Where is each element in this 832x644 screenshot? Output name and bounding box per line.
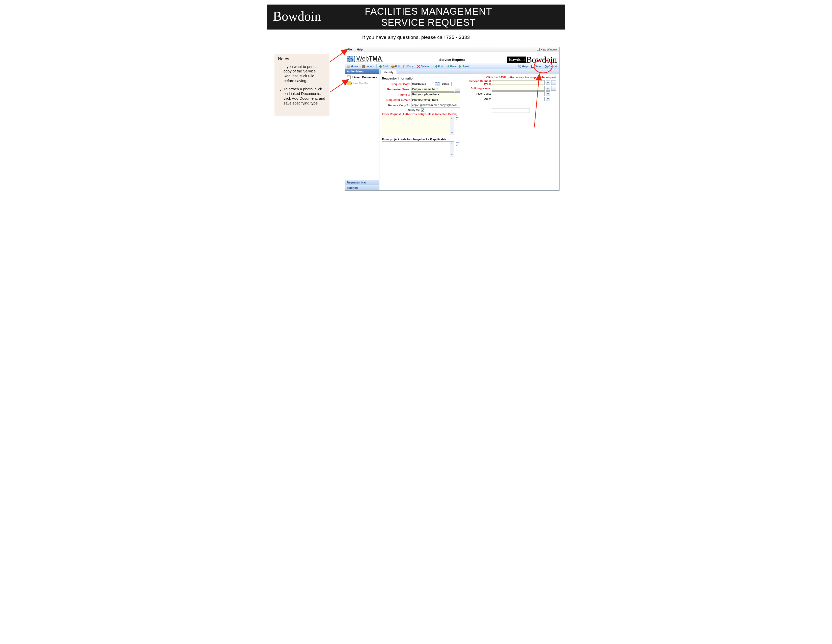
cancel-button[interactable]: Cancel bbox=[543, 64, 559, 69]
logout-icon bbox=[362, 65, 365, 68]
request-textarea[interactable] bbox=[382, 116, 454, 135]
label-request-date: Request Date: bbox=[382, 83, 410, 85]
sidebar-item-last-modified[interactable]: Last Modified bbox=[346, 80, 379, 86]
notes-panel: Notes If you want to print a copy of the… bbox=[274, 54, 330, 115]
copy-button[interactable]: Copy bbox=[402, 64, 416, 69]
sidebar: Action Menu Linked Documents Last Modifi… bbox=[346, 69, 379, 190]
help-button[interactable]: ?Help bbox=[517, 64, 530, 69]
service-type-dropdown[interactable] bbox=[546, 80, 550, 85]
tab-identity[interactable]: Identity bbox=[381, 70, 397, 74]
prev-button[interactable]: Prev bbox=[445, 64, 458, 69]
sidebar-requestor-nav[interactable]: Requestor Nav bbox=[346, 180, 379, 185]
tabstrip: Identity bbox=[379, 69, 559, 74]
bowdoin-small-logo: Bowdoin bbox=[507, 56, 526, 63]
webtma-logo: WebTMA POWERED BY TMA SYSTEMS bbox=[347, 56, 384, 64]
bowdoin-big-logo: Bowdoin bbox=[526, 56, 557, 63]
label-phone: Phone #: bbox=[382, 93, 410, 96]
floor-dropdown[interactable] bbox=[546, 91, 550, 96]
label-area: Area: bbox=[464, 98, 491, 101]
label-floor: Floor Code: bbox=[464, 92, 491, 95]
menu-file[interactable]: File bbox=[347, 48, 352, 51]
logout-button[interactable]: Logout bbox=[360, 64, 376, 69]
requestor-name-input[interactable]: Put your name here bbox=[411, 87, 454, 91]
notify-me-checkbox[interactable] bbox=[421, 108, 424, 112]
save-icon bbox=[531, 65, 534, 68]
home-button[interactable]: Home bbox=[346, 64, 360, 69]
copy-to-input[interactable]: copy1@bowdoin.edu; copy2@bowd bbox=[411, 103, 460, 107]
label-copy-to: Request Copy To: bbox=[382, 104, 410, 107]
next-button[interactable]: Next bbox=[458, 64, 471, 69]
main-panel: Identity Requestor Information Request D… bbox=[379, 69, 559, 190]
notes-heading: Notes bbox=[278, 56, 326, 62]
webtma-tagline: POWERED BY TMA SYSTEMS bbox=[357, 61, 384, 62]
menubar: File Help New Window bbox=[346, 47, 559, 52]
scrollbar[interactable] bbox=[450, 142, 454, 157]
copy-icon bbox=[403, 65, 406, 68]
blank-field bbox=[492, 108, 530, 113]
service-type-input[interactable] bbox=[492, 80, 545, 85]
contact-note: If you have any questions, please call 7… bbox=[263, 35, 569, 40]
new-window-checkbox[interactable] bbox=[537, 48, 539, 51]
header-banner: Bowdoin FACILITIES MANAGEMENT SERVICE RE… bbox=[267, 5, 565, 29]
add-icon bbox=[379, 65, 382, 68]
spellcheck-icon[interactable]: ABC bbox=[456, 117, 460, 119]
cancel-icon bbox=[545, 65, 548, 68]
paperclip-icon bbox=[347, 75, 351, 80]
webtma-grid-icon bbox=[347, 56, 355, 62]
sidebar-action-menu-header: Action Menu bbox=[346, 69, 379, 74]
area-dropdown[interactable] bbox=[546, 97, 550, 101]
floor-input[interactable] bbox=[492, 91, 545, 96]
scrollbar[interactable] bbox=[450, 116, 454, 135]
label-service-type: Service Request Type: bbox=[464, 80, 491, 85]
phone-input[interactable]: Put your phone here bbox=[411, 92, 460, 97]
menu-help[interactable]: Help bbox=[357, 48, 363, 51]
edit-button[interactable]: Edit bbox=[389, 64, 402, 69]
banner-line1: FACILITIES MANAGEMENT bbox=[327, 6, 530, 17]
label-notify-me: Notify Me bbox=[408, 109, 419, 112]
save-warning: Click the SAVE button above to complete … bbox=[464, 76, 556, 79]
spellcheck-icon[interactable]: ABC bbox=[456, 142, 460, 144]
delete-button[interactable]: Delete bbox=[415, 64, 430, 69]
building-dropdown[interactable] bbox=[546, 86, 550, 91]
label-email: Requestor E-mail: bbox=[382, 98, 410, 101]
prev-icon bbox=[446, 65, 449, 68]
project-code-header: Enter project code for charge backs if a… bbox=[382, 138, 460, 141]
first-button[interactable]: First bbox=[432, 64, 445, 69]
new-window-label: New Window bbox=[541, 48, 557, 51]
section-requestor-info: Requestor Information bbox=[382, 77, 460, 80]
add-button[interactable]: Add bbox=[377, 64, 389, 69]
page-title: Service Request bbox=[439, 58, 465, 62]
home-icon bbox=[347, 65, 350, 68]
label-requestor-name: Requestor Name: bbox=[382, 88, 410, 91]
next-icon bbox=[459, 65, 462, 68]
banner-title: FACILITIES MANAGEMENT SERVICE REQUEST bbox=[327, 6, 560, 28]
brand-row: WebTMA POWERED BY TMA SYSTEMS Service Re… bbox=[346, 52, 559, 64]
folder-icon bbox=[347, 82, 351, 85]
first-icon bbox=[434, 65, 437, 68]
building-lookup[interactable]: … bbox=[551, 86, 556, 91]
name-lookup-button[interactable]: … bbox=[455, 87, 460, 91]
sidebar-tutorials[interactable]: Tutorials bbox=[346, 185, 379, 190]
sidebar-item-linked-documents[interactable]: Linked Documents bbox=[346, 74, 379, 80]
notes-item: If you want to print a copy of the Servi… bbox=[278, 64, 326, 83]
sidebar-item-label: Last Modified bbox=[353, 82, 369, 85]
request-date-input[interactable]: 07/01/2014 bbox=[411, 82, 434, 86]
save-button[interactable]: Save bbox=[530, 64, 543, 69]
label-building: Building Name: bbox=[464, 87, 491, 90]
notes-item: To attach a photo, click on Linked Docum… bbox=[278, 87, 326, 106]
email-input[interactable]: Put your email here bbox=[411, 98, 460, 102]
request-time-input[interactable]: 08:19 bbox=[441, 82, 451, 86]
service-type-lookup[interactable]: … bbox=[551, 80, 556, 85]
building-input[interactable] bbox=[492, 86, 545, 91]
edit-icon bbox=[390, 64, 395, 69]
sidebar-item-label: Linked Documents bbox=[352, 76, 377, 79]
project-code-textarea[interactable] bbox=[382, 141, 454, 157]
area-input[interactable] bbox=[492, 97, 545, 101]
bowdoin-logo: Bowdoin bbox=[272, 9, 327, 25]
banner-line2: SERVICE REQUEST bbox=[327, 17, 530, 28]
calendar-button[interactable] bbox=[435, 82, 440, 86]
toolbar: Home Logout Add Edit Copy Delete First P… bbox=[346, 64, 559, 69]
help-icon: ? bbox=[518, 65, 521, 68]
webtma-window: File Help New Window WebTMA POWERED BY T… bbox=[345, 47, 560, 191]
delete-icon bbox=[417, 65, 420, 68]
